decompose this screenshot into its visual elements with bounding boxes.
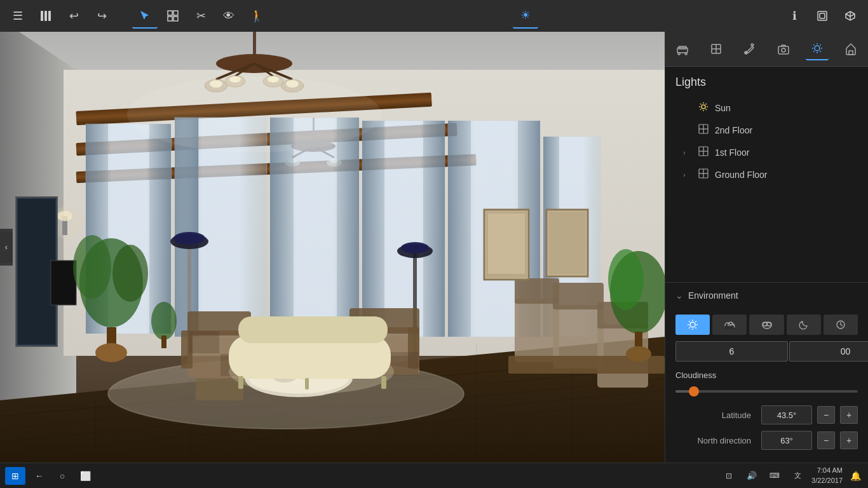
latitude-label: Latitude [675, 410, 756, 420]
svg-line-154 [706, 109, 707, 111]
cloudy-button[interactable] [749, 315, 783, 335]
night-button[interactable] [787, 315, 821, 335]
svg-rect-147 [849, 51, 853, 55]
back-taskbar-icon[interactable]: ← [31, 467, 48, 485]
light-item-2nd-floor[interactable]: 2nd Floor [675, 119, 858, 141]
home-rp-icon[interactable] [839, 37, 862, 60]
eye-icon[interactable]: 👁 [216, 3, 241, 29]
svg-line-17 [0, 400, 665, 463]
tablet-mode-icon[interactable]: ⊡ [720, 467, 738, 485]
svg-rect-65 [543, 137, 559, 337]
redo-icon[interactable]: ↪ [89, 3, 114, 29]
svg-line-173 [689, 327, 689, 328]
time-hour-input[interactable] [675, 341, 788, 362]
svg-rect-1 [44, 11, 47, 21]
cube-icon[interactable] [837, 3, 863, 29]
svg-point-137 [782, 48, 785, 52]
svg-rect-24 [76, 93, 431, 125]
svg-point-73 [73, 235, 111, 299]
top-toolbar: ☰ ↩ ↪ ✂ 👁 🚶 ☀ ℹ [0, 0, 868, 32]
task-view-taskbar-icon[interactable]: ⬜ [76, 467, 94, 485]
latitude-increase-button[interactable]: + [840, 406, 858, 424]
svg-rect-69 [16, 197, 57, 346]
svg-rect-57 [337, 118, 359, 337]
structure-rp-icon[interactable] [705, 37, 728, 60]
hamburger-menu-icon[interactable]: ☰ [5, 3, 31, 29]
north-decrease-button[interactable]: − [817, 431, 835, 449]
svg-point-42 [291, 140, 336, 152]
clock-button[interactable] [824, 315, 858, 335]
svg-rect-107 [381, 376, 386, 389]
paint-rp-icon[interactable] [738, 37, 761, 60]
svg-rect-49 [86, 124, 172, 334]
frame-icon[interactable] [810, 3, 835, 29]
notification-icon[interactable]: 🔔 [848, 468, 863, 484]
svg-point-37 [210, 80, 222, 88]
light-item-1st-floor[interactable]: › 1st Floor [675, 141, 858, 163]
cortana-taskbar-icon[interactable]: ○ [53, 467, 71, 485]
objects-icon[interactable] [160, 3, 186, 29]
environment-header[interactable]: ⌄ Environment [665, 283, 868, 308]
light-item-ground-floor[interactable]: › Ground Floor [675, 163, 858, 186]
svg-rect-106 [238, 376, 243, 389]
svg-point-35 [225, 76, 245, 87]
svg-marker-12 [0, 337, 665, 463]
ime-icon[interactable]: 文 [789, 467, 806, 485]
viewport[interactable]: › ‹ [0, 32, 665, 463]
svg-point-125 [127, 76, 381, 152]
walk-icon[interactable]: 🚶 [244, 3, 269, 29]
svg-point-33 [205, 79, 227, 92]
svg-point-148 [702, 105, 705, 109]
lighting-rp-icon[interactable] [806, 37, 829, 60]
camera-rp-icon[interactable] [772, 37, 795, 60]
svg-point-103 [229, 349, 394, 394]
clear-sky-button[interactable] [675, 315, 710, 335]
svg-line-144 [820, 51, 821, 51]
undo-icon[interactable]: ↩ [61, 3, 86, 29]
svg-rect-59 [362, 121, 384, 337]
scissors-icon[interactable]: ✂ [188, 3, 214, 29]
sun-toolbar-icon[interactable]: ☀ [513, 3, 538, 29]
svg-line-153 [700, 104, 702, 105]
select-icon[interactable] [132, 3, 158, 29]
svg-point-39 [229, 76, 241, 83]
svg-rect-79 [187, 241, 191, 356]
library-icon[interactable] [33, 3, 58, 29]
north-increase-button[interactable]: + [840, 431, 858, 449]
svg-line-172 [695, 327, 696, 328]
latitude-decrease-button[interactable]: − [817, 406, 835, 424]
partly-cloudy-button[interactable] [712, 315, 747, 335]
svg-rect-115 [508, 356, 665, 374]
svg-rect-2 [48, 11, 51, 21]
latitude-input[interactable] [761, 405, 812, 424]
left-panel-toggle[interactable]: ‹ [0, 231, 13, 263]
keyboard-icon[interactable]: ⌨ [766, 467, 783, 485]
light-item-sun[interactable]: Sun [675, 97, 858, 119]
svg-rect-90 [189, 331, 219, 353]
svg-rect-136 [778, 46, 789, 54]
chevron-down-env-icon: ⌄ [675, 290, 683, 301]
svg-point-72 [79, 238, 143, 327]
slider-thumb[interactable] [689, 386, 699, 396]
start-button[interactable]: ⊞ [5, 467, 25, 485]
speaker-icon[interactable]: 🔊 [743, 467, 761, 485]
north-direction-input[interactable] [761, 431, 812, 450]
north-direction-label: North direction [675, 436, 756, 445]
svg-rect-87 [187, 311, 251, 336]
svg-line-14 [0, 367, 665, 429]
floor-ground-icon [698, 168, 709, 180]
cloudiness-slider[interactable] [675, 385, 858, 398]
svg-point-38 [286, 80, 299, 88]
svg-rect-52 [175, 118, 267, 337]
ground-floor-label: Ground Floor [715, 170, 850, 180]
svg-point-47 [288, 158, 297, 163]
info-icon[interactable]: ℹ [782, 3, 807, 29]
svg-rect-58 [362, 121, 445, 337]
panel-spacer [665, 191, 868, 282]
svg-point-74 [112, 245, 148, 302]
environment-content: Cloudiness Latitude − + [665, 308, 868, 463]
latitude-row: Latitude − + [675, 405, 858, 424]
time-minute-input[interactable] [789, 341, 868, 362]
furniture-rp-icon[interactable] [671, 37, 694, 60]
svg-line-174 [695, 321, 696, 322]
